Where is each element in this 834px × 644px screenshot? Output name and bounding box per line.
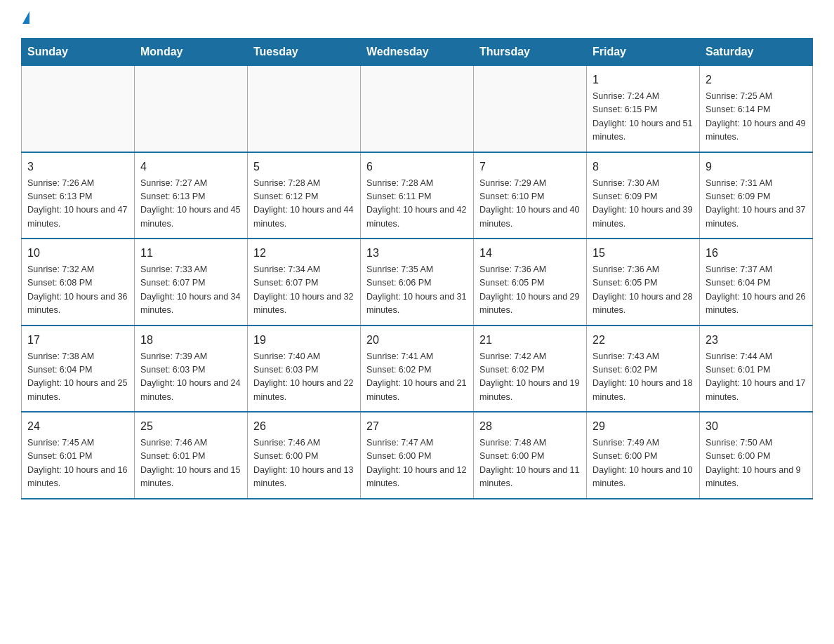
day-info: Sunrise: 7:46 AM Sunset: 6:01 PM Dayligh… xyxy=(140,436,241,491)
day-header-thursday: Thursday xyxy=(474,39,587,66)
calendar-cell: 13Sunrise: 7:35 AM Sunset: 6:06 PM Dayli… xyxy=(361,239,474,326)
day-number: 3 xyxy=(27,159,128,175)
day-number: 27 xyxy=(366,418,468,435)
day-header-tuesday: Tuesday xyxy=(248,39,361,66)
calendar-cell xyxy=(474,66,587,152)
day-number: 4 xyxy=(140,159,241,175)
day-info: Sunrise: 7:48 AM Sunset: 6:00 PM Dayligh… xyxy=(479,436,581,491)
calendar-cell: 30Sunrise: 7:50 AM Sunset: 6:00 PM Dayli… xyxy=(700,412,813,499)
day-number: 2 xyxy=(706,72,807,88)
day-info: Sunrise: 7:41 AM Sunset: 6:02 PM Dayligh… xyxy=(366,350,468,405)
day-number: 15 xyxy=(593,245,694,262)
day-number: 10 xyxy=(27,245,128,262)
day-info: Sunrise: 7:28 AM Sunset: 6:12 PM Dayligh… xyxy=(253,177,355,232)
day-number: 21 xyxy=(479,332,581,349)
day-info: Sunrise: 7:36 AM Sunset: 6:05 PM Dayligh… xyxy=(479,263,581,318)
day-info: Sunrise: 7:31 AM Sunset: 6:09 PM Dayligh… xyxy=(706,177,807,232)
calendar-cell: 17Sunrise: 7:38 AM Sunset: 6:04 PM Dayli… xyxy=(22,326,135,412)
day-number: 25 xyxy=(140,418,241,435)
calendar-table: SundayMondayTuesdayWednesdayThursdayFrid… xyxy=(21,38,813,499)
day-info: Sunrise: 7:40 AM Sunset: 6:03 PM Dayligh… xyxy=(253,350,355,405)
calendar-cell: 10Sunrise: 7:32 AM Sunset: 6:08 PM Dayli… xyxy=(22,239,135,326)
calendar-week-2: 3Sunrise: 7:26 AM Sunset: 6:13 PM Daylig… xyxy=(22,152,813,239)
calendar-cell: 8Sunrise: 7:30 AM Sunset: 6:09 PM Daylig… xyxy=(587,152,700,239)
calendar-cell: 27Sunrise: 7:47 AM Sunset: 6:00 PM Dayli… xyxy=(361,412,474,499)
day-info: Sunrise: 7:42 AM Sunset: 6:02 PM Dayligh… xyxy=(479,350,581,405)
day-number: 23 xyxy=(706,332,807,349)
day-info: Sunrise: 7:25 AM Sunset: 6:14 PM Dayligh… xyxy=(706,90,807,145)
day-info: Sunrise: 7:32 AM Sunset: 6:08 PM Dayligh… xyxy=(27,263,128,318)
day-header-friday: Friday xyxy=(587,39,700,66)
calendar-cell: 12Sunrise: 7:34 AM Sunset: 6:07 PM Dayli… xyxy=(248,239,361,326)
calendar-cell: 24Sunrise: 7:45 AM Sunset: 6:01 PM Dayli… xyxy=(22,412,135,499)
day-number: 8 xyxy=(593,159,694,175)
day-header-wednesday: Wednesday xyxy=(361,39,474,66)
day-number: 12 xyxy=(253,245,355,262)
calendar-cell: 28Sunrise: 7:48 AM Sunset: 6:00 PM Dayli… xyxy=(474,412,587,499)
day-info: Sunrise: 7:35 AM Sunset: 6:06 PM Dayligh… xyxy=(366,263,468,318)
day-info: Sunrise: 7:39 AM Sunset: 6:03 PM Dayligh… xyxy=(140,350,241,405)
day-number: 17 xyxy=(27,332,128,349)
calendar-cell xyxy=(248,66,361,152)
calendar-cell: 11Sunrise: 7:33 AM Sunset: 6:07 PM Dayli… xyxy=(135,239,248,326)
calendar-cell: 2Sunrise: 7:25 AM Sunset: 6:14 PM Daylig… xyxy=(700,66,813,152)
calendar-cell: 29Sunrise: 7:49 AM Sunset: 6:00 PM Dayli… xyxy=(587,412,700,499)
calendar-week-3: 10Sunrise: 7:32 AM Sunset: 6:08 PM Dayli… xyxy=(22,239,813,326)
day-number: 22 xyxy=(593,332,694,349)
day-number: 14 xyxy=(479,245,581,262)
day-info: Sunrise: 7:26 AM Sunset: 6:13 PM Dayligh… xyxy=(27,177,128,232)
calendar-week-4: 17Sunrise: 7:38 AM Sunset: 6:04 PM Dayli… xyxy=(22,326,813,412)
calendar-week-5: 24Sunrise: 7:45 AM Sunset: 6:01 PM Dayli… xyxy=(22,412,813,499)
calendar-cell: 9Sunrise: 7:31 AM Sunset: 6:09 PM Daylig… xyxy=(700,152,813,239)
day-info: Sunrise: 7:44 AM Sunset: 6:01 PM Dayligh… xyxy=(706,350,807,405)
day-header-monday: Monday xyxy=(135,39,248,66)
calendar-cell: 16Sunrise: 7:37 AM Sunset: 6:04 PM Dayli… xyxy=(700,239,813,326)
calendar-cell: 3Sunrise: 7:26 AM Sunset: 6:13 PM Daylig… xyxy=(22,152,135,239)
day-info: Sunrise: 7:38 AM Sunset: 6:04 PM Dayligh… xyxy=(27,350,128,405)
day-info: Sunrise: 7:49 AM Sunset: 6:00 PM Dayligh… xyxy=(593,436,694,491)
calendar-cell: 1Sunrise: 7:24 AM Sunset: 6:15 PM Daylig… xyxy=(587,66,700,152)
calendar-cell: 7Sunrise: 7:29 AM Sunset: 6:10 PM Daylig… xyxy=(474,152,587,239)
calendar-cell: 23Sunrise: 7:44 AM Sunset: 6:01 PM Dayli… xyxy=(700,326,813,412)
page-header xyxy=(21,14,813,27)
calendar-cell xyxy=(361,66,474,152)
day-info: Sunrise: 7:47 AM Sunset: 6:00 PM Dayligh… xyxy=(366,436,468,491)
day-number: 28 xyxy=(479,418,581,435)
day-number: 20 xyxy=(366,332,468,349)
day-number: 13 xyxy=(366,245,468,262)
calendar-cell: 25Sunrise: 7:46 AM Sunset: 6:01 PM Dayli… xyxy=(135,412,248,499)
day-info: Sunrise: 7:43 AM Sunset: 6:02 PM Dayligh… xyxy=(593,350,694,405)
day-info: Sunrise: 7:45 AM Sunset: 6:01 PM Dayligh… xyxy=(27,436,128,491)
calendar-body: 1Sunrise: 7:24 AM Sunset: 6:15 PM Daylig… xyxy=(22,66,813,499)
day-number: 1 xyxy=(593,72,694,88)
calendar-cell: 5Sunrise: 7:28 AM Sunset: 6:12 PM Daylig… xyxy=(248,152,361,239)
calendar-cell: 6Sunrise: 7:28 AM Sunset: 6:11 PM Daylig… xyxy=(361,152,474,239)
calendar-cell: 18Sunrise: 7:39 AM Sunset: 6:03 PM Dayli… xyxy=(135,326,248,412)
calendar-cell: 14Sunrise: 7:36 AM Sunset: 6:05 PM Dayli… xyxy=(474,239,587,326)
day-info: Sunrise: 7:46 AM Sunset: 6:00 PM Dayligh… xyxy=(253,436,355,491)
day-number: 11 xyxy=(140,245,241,262)
day-info: Sunrise: 7:28 AM Sunset: 6:11 PM Dayligh… xyxy=(366,177,468,232)
calendar-cell: 22Sunrise: 7:43 AM Sunset: 6:02 PM Dayli… xyxy=(587,326,700,412)
day-info: Sunrise: 7:34 AM Sunset: 6:07 PM Dayligh… xyxy=(253,263,355,318)
day-number: 19 xyxy=(253,332,355,349)
day-number: 16 xyxy=(706,245,807,262)
day-number: 5 xyxy=(253,159,355,175)
days-of-week-row: SundayMondayTuesdayWednesdayThursdayFrid… xyxy=(22,39,813,66)
day-info: Sunrise: 7:33 AM Sunset: 6:07 PM Dayligh… xyxy=(140,263,241,318)
calendar-cell xyxy=(135,66,248,152)
day-number: 6 xyxy=(366,159,468,175)
day-number: 24 xyxy=(27,418,128,435)
day-header-saturday: Saturday xyxy=(700,39,813,66)
day-info: Sunrise: 7:36 AM Sunset: 6:05 PM Dayligh… xyxy=(593,263,694,318)
calendar-cell: 4Sunrise: 7:27 AM Sunset: 6:13 PM Daylig… xyxy=(135,152,248,239)
calendar-cell: 19Sunrise: 7:40 AM Sunset: 6:03 PM Dayli… xyxy=(248,326,361,412)
calendar-cell: 26Sunrise: 7:46 AM Sunset: 6:00 PM Dayli… xyxy=(248,412,361,499)
calendar-cell: 21Sunrise: 7:42 AM Sunset: 6:02 PM Dayli… xyxy=(474,326,587,412)
calendar-week-1: 1Sunrise: 7:24 AM Sunset: 6:15 PM Daylig… xyxy=(22,66,813,152)
logo xyxy=(21,14,29,27)
day-number: 18 xyxy=(140,332,241,349)
logo-triangle-icon xyxy=(22,11,29,24)
day-number: 7 xyxy=(479,159,581,175)
calendar-cell xyxy=(22,66,135,152)
